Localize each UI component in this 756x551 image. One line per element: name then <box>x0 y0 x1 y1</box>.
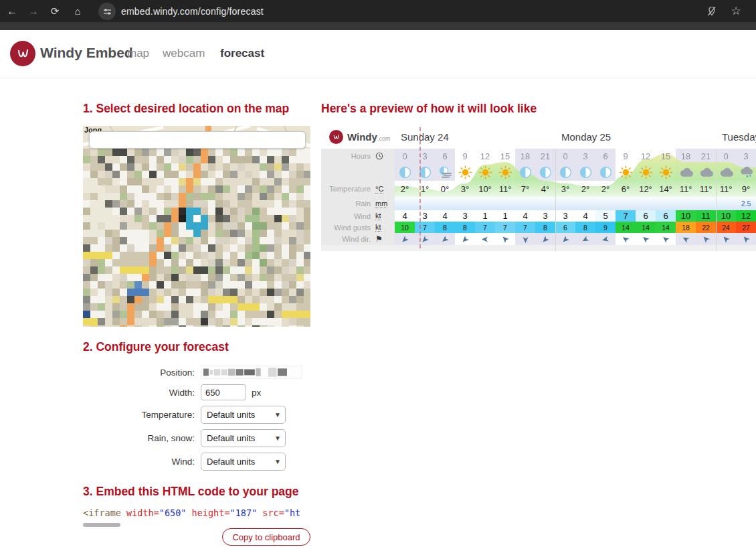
copy-to-clipboard-button[interactable]: Copy to clipboard <box>222 528 310 546</box>
fog-weather-icon <box>435 163 455 181</box>
temperature-cell: 4° <box>535 181 555 197</box>
windy-w-glyph <box>15 46 31 62</box>
site-settings-icon[interactable] <box>98 3 116 20</box>
temperature-cell: 3° <box>455 181 475 197</box>
hour-cell: 21 <box>696 149 716 163</box>
wind-direction-cell <box>415 233 435 245</box>
hour-cell: 18 <box>515 149 535 163</box>
flag-icon: ⚑ <box>375 234 391 244</box>
location-off-icon[interactable] <box>704 0 720 22</box>
wind-cell: 10 <box>676 210 696 222</box>
bookmark-star-icon[interactable]: ☆ <box>728 0 744 22</box>
wind-cell: 3 <box>555 210 575 222</box>
rain-cell <box>656 197 676 210</box>
nav-forecast[interactable]: forecast <box>220 47 264 60</box>
wind-direction-cell <box>636 233 656 245</box>
wind-gust-cell: 10 <box>395 222 415 233</box>
map-image[interactable] <box>83 126 310 327</box>
wind-cell: 10 <box>716 210 736 222</box>
widget-row-labels: Hours Temperature °C Rain mm Wind kt Win… <box>321 149 395 245</box>
rain-unit[interactable]: mm <box>375 200 387 208</box>
wind-cell: 6 <box>636 210 656 222</box>
rain-cell <box>435 197 455 210</box>
hour-cell: 12 <box>475 149 495 163</box>
rain-cell <box>415 197 435 210</box>
widget-data-area: 03691215182103691215182103 2°1°0°3°10°11… <box>395 149 756 245</box>
url-bar[interactable]: embed.windy.com/config/forecast <box>121 0 264 22</box>
back-icon[interactable]: ← <box>4 0 20 22</box>
wind-gust-cell: 14 <box>616 222 636 233</box>
temperature-cell: 10° <box>475 181 495 197</box>
sun-weather-icon <box>495 163 515 181</box>
temperature-unit[interactable]: °C <box>375 185 383 193</box>
hour-cell: 6 <box>595 149 616 163</box>
width-input[interactable] <box>201 384 246 400</box>
wind-gust-cell: 8 <box>575 222 595 233</box>
hour-cell: 0 <box>395 149 415 163</box>
windy-logo-icon[interactable] <box>10 41 35 66</box>
nav-map[interactable]: map <box>127 47 149 60</box>
gusts-unit[interactable]: kt <box>375 223 381 232</box>
nav-webcam[interactable]: webcam <box>163 47 205 60</box>
temperature-cell: 6° <box>616 181 636 197</box>
code-scrollbar-thumb[interactable] <box>83 523 120 527</box>
temperature-cell: 12° <box>636 181 656 197</box>
code-attr: src= <box>262 507 284 518</box>
hour-cell: 18 <box>676 149 696 163</box>
night-weather-icon <box>575 163 595 181</box>
windy-w-glyph <box>332 133 341 141</box>
home-icon[interactable]: ⌂ <box>70 0 86 22</box>
forward-icon[interactable]: → <box>25 0 41 22</box>
rain-units-select[interactable]: Default units <box>201 429 286 447</box>
tune-icon <box>103 7 112 16</box>
embed-code[interactable]: <iframe width="650" height="187" src="ht <box>83 507 314 521</box>
cloud-weather-icon <box>696 163 716 181</box>
rain-snow-label: Rain, snow: <box>83 433 201 443</box>
night-weather-icon <box>515 163 535 181</box>
clock-icon <box>375 152 383 160</box>
night-weather-icon <box>395 163 415 181</box>
hours-label: Hours <box>351 152 371 160</box>
wind-gust-cell: 7 <box>495 222 515 233</box>
wind-cell: 4 <box>515 210 535 222</box>
step1-title: 1. Select desired location on the map <box>83 102 289 116</box>
location-map[interactable] <box>83 126 310 327</box>
wind-direction-cell <box>435 233 455 245</box>
reload-icon[interactable]: ⟳ <box>47 0 63 22</box>
gusts-row-label: Wind gusts <box>335 224 371 232</box>
widget-brand-suffix: .com <box>377 135 391 142</box>
rain-cell <box>716 197 736 210</box>
temperature-units-select[interactable]: Default units <box>201 406 286 424</box>
wind-cell: 4 <box>575 210 595 222</box>
wind-row: 4343114334576610111012 <box>395 210 756 222</box>
code-value: "187" <box>230 507 258 518</box>
sun-weather-icon <box>636 163 656 181</box>
code-attr: width= <box>126 507 159 518</box>
temperature-cell: 9° <box>736 181 756 197</box>
wind-cell: 3 <box>455 210 475 222</box>
wind-gust-cell: 14 <box>636 222 656 233</box>
wind-gust-cell: 8 <box>535 222 555 233</box>
browser-toolbar: ← → ⟳ ⌂ embed.windy.com/config/forecast … <box>0 0 756 22</box>
rain-cell <box>676 197 696 210</box>
day-label: Sunday 24 <box>401 131 449 143</box>
wind-gust-cell: 18 <box>676 222 696 233</box>
sun-weather-icon <box>455 163 475 181</box>
step2-title: 2. Configure your forecast <box>83 340 229 354</box>
wind-unit[interactable]: kt <box>375 212 381 220</box>
site-brand: Windy Embed <box>40 45 133 61</box>
code-value: "ht <box>284 507 300 518</box>
rain-cell <box>395 197 415 210</box>
map-search-input[interactable] <box>89 131 306 149</box>
wind-direction-cell <box>395 233 415 245</box>
widget-footer <box>321 245 756 251</box>
temperature-cell: 11° <box>495 181 515 197</box>
wind-gust-cell: 9 <box>595 222 616 233</box>
wind-units-select[interactable]: Default units <box>201 453 286 471</box>
location-off-glyph <box>706 6 717 17</box>
config-form: Position: Width: px Temperature: Default… <box>83 366 310 475</box>
sun-weather-icon <box>616 163 636 181</box>
wind-cell: 11 <box>696 210 716 222</box>
wind-gust-cell: 8 <box>435 222 455 233</box>
hour-cell: 3 <box>575 149 595 163</box>
